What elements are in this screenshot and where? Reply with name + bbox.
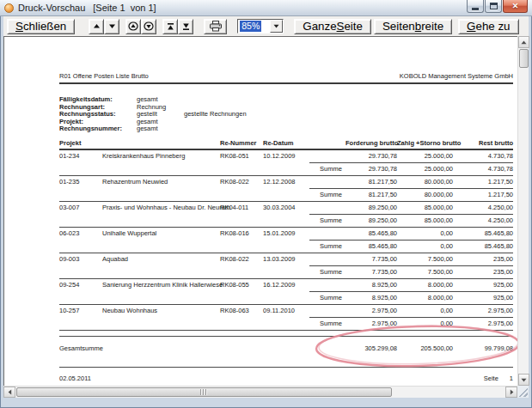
titlebar[interactable]: Druck-Vorschau [Seite 1 von 1] ✕: [0, 0, 532, 16]
first-page-button[interactable]: [162, 19, 178, 34]
window-title: Druck-Vorschau: [18, 3, 85, 13]
footer-page-label: Seite: [484, 375, 498, 382]
cell-rest: 235,00: [453, 253, 513, 265]
page-width-button[interactable]: Seitenbreite: [374, 19, 452, 34]
cell-rest: 1.217,50: [453, 176, 513, 188]
cell-projekt: 09-254: [59, 279, 102, 291]
arrow-up-icon: [521, 40, 527, 45]
minimize-button[interactable]: [467, 0, 484, 13]
next-page-button[interactable]: [104, 19, 119, 34]
table-body: 01-234 Kreiskrankenhaus Pinneberg RK08-0…: [59, 150, 513, 331]
maximize-button[interactable]: [485, 0, 502, 13]
filter-block: Fälligkeitsdatum:gesamt Rechnungsart:Rec…: [59, 96, 513, 133]
page-down-button[interactable]: [141, 19, 156, 34]
cell-summe-rest: 2.975,00: [453, 318, 513, 330]
cell-summe-forderung: 2.975,00: [345, 318, 397, 330]
header-rest: Rest brutto: [453, 139, 513, 148]
header-projekt: Projekt: [59, 139, 102, 148]
horizontal-scroll-thumb[interactable]: [16, 387, 392, 397]
table-row: 03-007 Praxis- und Wohnhaus - Neubau Dr.…: [59, 202, 513, 228]
cell-zahlung: 80.000,00: [397, 176, 453, 188]
page-up-icon: [128, 21, 138, 31]
cell-projekt: 10-257: [59, 305, 102, 317]
summe-label: Summe: [309, 266, 345, 278]
cell-zahlung: 8.000,00: [397, 279, 453, 291]
row-up-icon: [93, 22, 101, 30]
cell-forderung: 81.217,50: [345, 176, 397, 188]
cell-re-nummer: RK04-011: [220, 202, 263, 214]
filter-value: gesamt: [137, 125, 184, 133]
total-rule-bottom: [59, 367, 513, 368]
scroll-down-button[interactable]: [518, 374, 529, 386]
prev-page-button[interactable]: [89, 19, 104, 34]
whole-page-button[interactable]: Ganze Seite: [294, 19, 371, 34]
last-page-button[interactable]: [178, 19, 193, 34]
minimize-icon: [472, 8, 479, 10]
scroll-up-button[interactable]: [518, 36, 529, 48]
cell-rest: 925,00: [453, 279, 513, 291]
cell-re-nummer: RK08-022: [220, 253, 263, 265]
scroll-right-button[interactable]: [505, 387, 517, 398]
total-row: Gesamtsumme 305.299,08 205.500,00 99.799…: [59, 337, 513, 367]
cell-rest: 4.730,78: [453, 150, 513, 162]
table-row: 09-003 Aquabad RK08-022 13.03.2009 7.735…: [59, 253, 513, 279]
app-icon: [4, 3, 14, 13]
resize-grip-icon: [518, 387, 528, 397]
cell-summe-forderung: 29.730,78: [345, 163, 397, 175]
total-label: Gesamtsumme: [59, 343, 345, 355]
scroll-left-button[interactable]: [3, 387, 15, 398]
resize-grip[interactable]: [517, 386, 529, 398]
goto-page-button[interactable]: Gehe zu: [458, 19, 518, 34]
total-forderung: 305.299,08: [345, 343, 397, 355]
cell-summe-rest: 4.250,00: [453, 215, 513, 227]
first-page-icon: [167, 22, 174, 31]
cell-summe-zahlung: 0,00: [397, 241, 453, 253]
cell-summe-forderung: 8.925,00: [345, 292, 397, 304]
print-button[interactable]: [204, 19, 227, 34]
vertical-scrollbar[interactable]: [517, 36, 529, 386]
report-title: R01 Offene Posten Liste Brutto: [59, 72, 149, 80]
cell-re-nummer: RK08-063: [220, 305, 263, 317]
cell-summe-rest: 4.730,78: [453, 163, 513, 175]
cell-summe-forderung: 7.735,00: [345, 266, 397, 278]
arrow-left-icon: [8, 389, 12, 395]
cell-forderung: 29.730,78: [345, 150, 397, 162]
header-zahlung: Zahlg +Storno brutto: [397, 139, 453, 148]
cell-re-datum: 10.12.2009: [263, 150, 309, 162]
print-icon: [209, 21, 223, 32]
cell-summe-rest: 235,00: [453, 266, 513, 278]
maximize-icon: [490, 3, 498, 9]
page-up-button[interactable]: [125, 19, 141, 34]
cell-summe-zahlung: 7.500,00: [397, 266, 453, 278]
close-button[interactable]: ✕: [503, 0, 528, 13]
report-footer: 02.05.2011 Seite 1: [59, 375, 513, 382]
cell-re-nummer: RK08-055: [220, 279, 263, 291]
close-preview-button[interactable]: Schließen: [7, 19, 75, 34]
horizontal-scrollbar[interactable]: [3, 386, 517, 398]
cell-re-datum: 09.11.2010: [263, 305, 309, 317]
cell-summe-zahlung: 80.000,00: [397, 189, 453, 201]
window-page-info: [Seite 1 von 1]: [93, 3, 156, 13]
table-row: 09-254 Sanierung Herzzentrum Klinik Hall…: [59, 279, 513, 305]
cell-re-datum: 30.03.2004: [263, 202, 309, 214]
zoom-combobox[interactable]: 85%: [237, 19, 284, 33]
cell-summe-rest: 85.465,80: [453, 241, 513, 253]
cell-rest: 4.250,00: [453, 202, 513, 214]
cell-re-datum: 13.03.2009: [263, 253, 309, 265]
vertical-scroll-thumb[interactable]: [519, 49, 529, 68]
zoom-value[interactable]: 85%: [238, 20, 270, 33]
cell-re-datum: 15.01.2009: [263, 228, 309, 240]
cell-projekt-name: Unihalle Wuppertal: [102, 228, 220, 240]
table-header: Projekt Re-Nummer Re-Datum Forderung bru…: [59, 139, 513, 148]
zoom-dropdown-button[interactable]: [270, 20, 283, 33]
thumb-grip-icon: [200, 389, 208, 395]
table-row: 06-023 Unihalle Wuppertal RK08-016 15.01…: [59, 228, 513, 253]
cell-summe-zahlung: 0,00: [397, 318, 453, 330]
summe-label: Summe: [309, 215, 345, 227]
filter-label: Rechnungsnummer:: [59, 125, 137, 133]
cell-forderung: 85.465,80: [345, 228, 397, 240]
total-rest: 99.799,08: [453, 343, 513, 355]
cell-zahlung: 7.500,00: [397, 253, 453, 265]
report-company: KOBOLD Management Systeme GmbH: [400, 72, 513, 80]
toolbar: Schließen: [3, 16, 529, 36]
